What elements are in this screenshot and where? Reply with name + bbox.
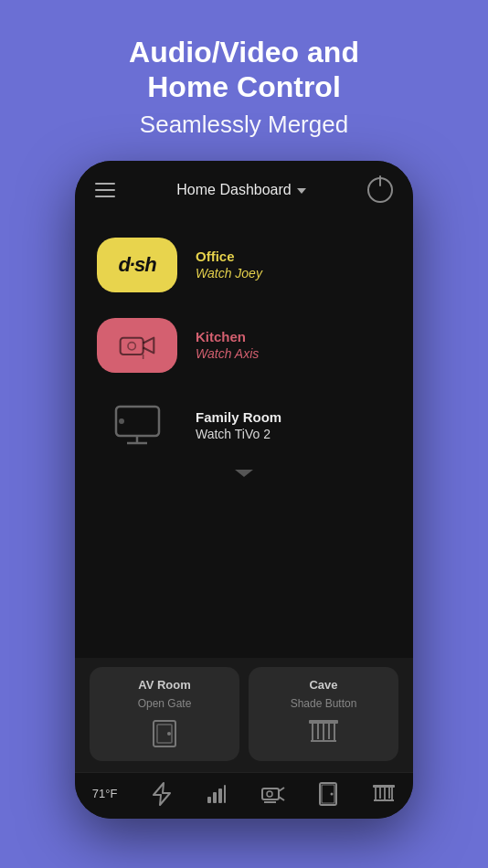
svg-line-23 xyxy=(279,788,284,791)
kitchen-info: Kitchen Watch Axis xyxy=(196,329,259,361)
nav-icon-lightning[interactable] xyxy=(152,782,172,806)
phone-frame: Home Dashboard d·sh Office Watch Joey xyxy=(75,161,413,819)
device-item-family-room[interactable]: Family Room Watch TiVo 2 xyxy=(75,386,413,466)
svg-rect-30 xyxy=(373,785,395,788)
projector-icon xyxy=(261,784,285,804)
hero-section: Audio/Video and Home Control Seamlessly … xyxy=(111,0,377,161)
svg-point-29 xyxy=(331,792,334,795)
kitchen-action-label: Watch Axis xyxy=(196,346,259,361)
dashboard-label: Home Dashboard xyxy=(176,182,291,198)
camera-icon xyxy=(119,332,155,359)
card-av-room[interactable]: AV Room Open Gate xyxy=(90,667,239,761)
shade-icon xyxy=(308,719,339,745)
svg-rect-10 xyxy=(309,720,338,724)
bottom-nav: 71°F xyxy=(75,772,413,819)
family-room-label: Family Room xyxy=(196,409,281,425)
cave-label: Cave xyxy=(309,678,337,692)
cave-action: Shade Button xyxy=(291,697,357,710)
svg-rect-18 xyxy=(207,797,211,803)
family-room-action-label: Watch TiVo 2 xyxy=(196,427,281,441)
device-item-office[interactable]: d·sh Office Watch Joey xyxy=(75,225,413,305)
tv-icon-box xyxy=(97,398,177,453)
lightning-icon xyxy=(152,782,172,806)
camera-icon-box xyxy=(97,318,177,373)
svg-rect-22 xyxy=(262,789,279,799)
av-room-action: Open Gate xyxy=(138,697,192,710)
power-icon[interactable] xyxy=(367,177,393,203)
scroll-indicator xyxy=(75,466,413,484)
door-icon xyxy=(152,719,177,748)
av-room-label: AV Room xyxy=(138,678,191,692)
svg-marker-17 xyxy=(154,783,170,805)
nav-icon-shade[interactable] xyxy=(372,784,396,804)
family-room-info: Family Room Watch TiVo 2 xyxy=(196,409,281,441)
nav-icon-bars[interactable] xyxy=(207,784,227,804)
bottom-cards: AV Room Open Gate Cave Shade Button xyxy=(75,658,413,772)
top-bar: Home Dashboard xyxy=(75,161,413,216)
svg-point-6 xyxy=(119,418,124,424)
svg-point-1 xyxy=(128,342,135,349)
nav-icon-door[interactable] xyxy=(319,782,337,806)
dish-logo-icon: d·sh xyxy=(118,253,155,277)
menu-icon[interactable] xyxy=(95,183,115,197)
svg-rect-27 xyxy=(320,783,336,805)
nav-shade-icon xyxy=(372,784,396,804)
svg-rect-21 xyxy=(224,785,226,803)
svg-rect-0 xyxy=(121,337,143,354)
office-room-label: Office xyxy=(196,249,262,264)
tv-icon xyxy=(112,403,163,449)
dashboard-selector[interactable]: Home Dashboard xyxy=(176,182,305,198)
scroll-chevron-icon xyxy=(235,470,253,477)
hero-subtitle: Seamlessly Merged xyxy=(129,111,359,139)
hero-title: Audio/Video and Home Control xyxy=(129,35,359,105)
svg-rect-19 xyxy=(213,792,217,803)
kitchen-room-label: Kitchen xyxy=(196,329,259,344)
bars-icon xyxy=(207,784,227,804)
svg-point-9 xyxy=(167,732,171,736)
chevron-down-icon xyxy=(297,188,306,194)
nav-door-icon xyxy=(319,782,337,806)
office-action-label: Watch Joey xyxy=(196,266,262,281)
device-item-kitchen[interactable]: Kitchen Watch Axis xyxy=(75,305,413,386)
office-info: Office Watch Joey xyxy=(196,249,262,281)
device-list: d·sh Office Watch Joey Kit xyxy=(75,216,413,658)
svg-point-25 xyxy=(267,791,272,797)
dish-logo-box: d·sh xyxy=(97,238,177,292)
card-cave[interactable]: Cave Shade Button xyxy=(249,667,398,761)
nav-temp[interactable]: 71°F xyxy=(92,787,118,800)
svg-line-24 xyxy=(279,797,284,800)
svg-rect-20 xyxy=(218,789,222,803)
temperature-label: 71°F xyxy=(92,787,118,800)
nav-icon-projector[interactable] xyxy=(261,784,285,804)
